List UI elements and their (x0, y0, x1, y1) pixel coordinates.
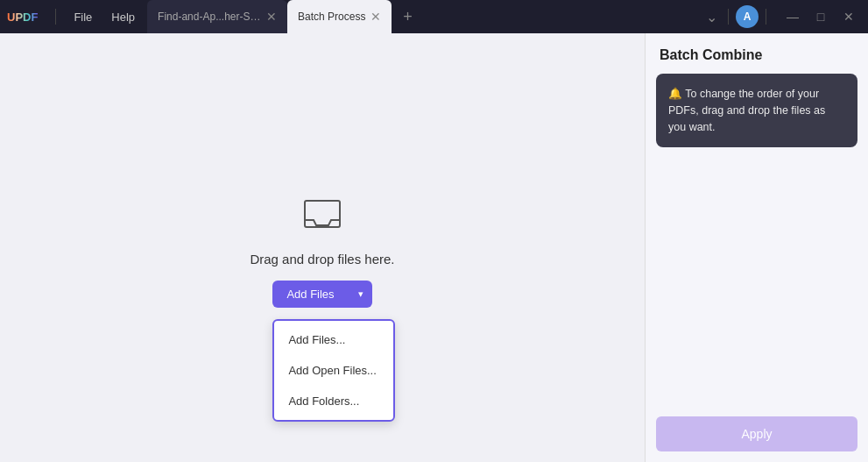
drop-text: Drag and drop files here. (250, 252, 394, 267)
right-panel: Batch Combine 🔔 To change the order of y… (645, 33, 868, 462)
tab-find-and-ap[interactable]: Find-and-Ap...her-Studies ✕ (147, 0, 287, 33)
avatar[interactable]: A (736, 5, 759, 28)
tab-close-icon[interactable]: ✕ (370, 11, 381, 23)
dropdown-arrow-icon[interactable]: ▾ (349, 281, 372, 307)
close-button[interactable]: ✕ (836, 4, 861, 29)
add-files-button[interactable]: Add Files ▾ (272, 281, 371, 308)
divider (766, 9, 766, 25)
tab-close-icon[interactable]: ✕ (266, 11, 277, 23)
content-area: Drag and drop files here. Add Files ▾ Ad… (0, 33, 645, 462)
inbox-icon (298, 188, 347, 238)
tab-label: Find-and-Ap...her-Studies (158, 11, 261, 23)
divider (728, 9, 729, 25)
info-box: 🔔 To change the order of your PDFs, drag… (656, 74, 857, 147)
apply-button[interactable]: Apply (656, 416, 857, 451)
panel-title: Batch Combine (646, 33, 868, 74)
maximize-button[interactable]: □ (808, 4, 833, 29)
menu-bar: File Help (65, 7, 144, 27)
svg-rect-0 (305, 201, 340, 227)
app-logo: UPDF (7, 11, 38, 24)
tab-label: Batch Process (298, 11, 365, 23)
add-files-label[interactable]: Add Files (272, 281, 348, 308)
dropdown-add-folders[interactable]: Add Folders... (274, 386, 393, 416)
overflow-button[interactable]: ⌄ (702, 5, 721, 29)
menu-file[interactable]: File (65, 7, 101, 27)
dropdown-add-files[interactable]: Add Files... (274, 324, 393, 355)
tabs-area: Find-and-Ap...her-Studies ✕ Batch Proces… (147, 0, 702, 33)
add-files-dropdown: Add Files... Add Open Files... Add Folde… (272, 319, 395, 422)
title-bar-right: ⌄ A — □ ✕ (702, 4, 861, 29)
drop-zone: Drag and drop files here. Add Files ▾ Ad… (250, 188, 394, 308)
menu-help[interactable]: Help (102, 7, 144, 27)
tab-batch-process[interactable]: Batch Process ✕ (287, 0, 392, 33)
main-area: Drag and drop files here. Add Files ▾ Ad… (0, 33, 868, 462)
title-bar: UPDF File Help Find-and-Ap...her-Studies… (0, 0, 868, 33)
minimize-button[interactable]: — (780, 4, 805, 29)
panel-spacer (646, 161, 868, 406)
logo-text: UPDF (7, 11, 38, 24)
dropdown-add-open-files[interactable]: Add Open Files... (274, 355, 393, 386)
info-text: To change the order of your PDFs, drag a… (668, 88, 825, 133)
info-icon: 🔔 (668, 88, 682, 100)
window-controls: — □ ✕ (780, 4, 861, 29)
add-files-wrapper: Add Files ▾ Add Files... Add Open Files.… (272, 281, 371, 308)
tab-add-button[interactable]: + (395, 4, 420, 29)
logo-divider (55, 9, 56, 25)
